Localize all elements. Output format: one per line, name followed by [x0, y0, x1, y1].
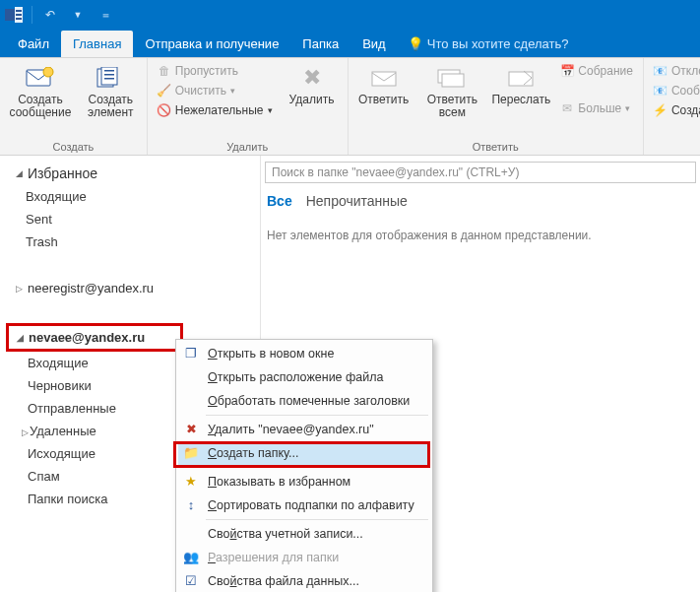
svg-rect-15	[509, 72, 533, 86]
reply-label: Ответить	[358, 94, 409, 106]
quick-undo-icon[interactable]: ↶	[40, 5, 60, 25]
ctx-delete-account[interactable]: ✖ Удалить "nevaee@yandex.ru"	[178, 418, 430, 441]
favorites-label: Избранное	[28, 165, 97, 181]
ribbon-group-new-label: Создать	[6, 141, 141, 155]
ribbon-group-quicksteps-label: Быстрые	[650, 141, 700, 155]
app-icon	[4, 5, 24, 25]
svg-rect-2	[16, 10, 22, 12]
new-items-icon	[95, 64, 126, 92]
svg-rect-12	[372, 72, 396, 86]
forward-label: Переслать	[491, 94, 550, 106]
ctx-folder-permissions: 👥 Разрешения для папки	[178, 546, 430, 569]
ctx-data-file-properties[interactable]: ☑ Свойства файла данных...	[178, 569, 430, 592]
fav-trash[interactable]: Trash	[0, 230, 260, 253]
tell-me-label: Что вы хотите сделать?	[427, 36, 569, 51]
account-2[interactable]: ◢ nevaee@yandex.ru	[6, 323, 183, 352]
ctx-process-label: Обработать помеченные заголовки	[208, 393, 410, 409]
new-email-button[interactable]: Создать сообщение	[6, 62, 75, 121]
junk-button[interactable]: 🚫 Нежелательные ▾	[154, 101, 277, 119]
new-items-button[interactable]: Создать элемент	[81, 62, 141, 121]
tab-file[interactable]: Файл	[6, 31, 61, 57]
tab-folder[interactable]: Папка	[290, 31, 350, 57]
ribbon-group-new: Создать сообщение Создать элемент Создат…	[0, 58, 148, 155]
ctx-new-folder[interactable]: 📁 Создать папку...	[178, 441, 430, 465]
quickstep-declined[interactable]: 📧 Отклоненные -…	[650, 62, 700, 80]
tab-home[interactable]: Главная	[61, 31, 133, 57]
ignore-icon: 🗑	[158, 64, 171, 78]
ctx-account-properties[interactable]: Свойства учетной записи...	[178, 522, 430, 546]
meeting-button[interactable]: 📅 Собрание	[556, 62, 637, 80]
svg-rect-11	[104, 78, 114, 80]
svg-rect-10	[104, 74, 114, 76]
bulb-icon: 💡	[408, 36, 423, 51]
ctx-sort-label: Сортировать подпапки по алфавиту	[208, 497, 414, 513]
ctx-delete-label: Удалить "nevaee@yandex.ru"	[208, 422, 374, 437]
new-email-icon	[25, 64, 56, 92]
ctx-process-headers[interactable]: Обработать помеченные заголовки	[178, 389, 430, 413]
context-menu: ❐ Открыть в новом окне Открыть расположе…	[175, 339, 433, 592]
reply-button[interactable]: Ответить	[354, 62, 414, 108]
ctx-open-loc-label: Открыть расположение файла	[208, 369, 384, 385]
tell-me-search[interactable]: 💡 Что вы хотите сделать?	[398, 36, 579, 57]
filter-unread[interactable]: Непрочитанные	[306, 193, 408, 209]
more-icon: ✉	[560, 101, 574, 115]
clean-button[interactable]: 🧹 Очистить ▾	[154, 82, 277, 99]
junk-icon: 🚫	[158, 103, 171, 117]
quickstep-create-new[interactable]: ⚡ Создать новое	[650, 101, 700, 119]
fav-sent[interactable]: Sent	[0, 208, 260, 230]
body: ◢ Избранное Входящие Sent Trash ▷ neereg…	[0, 156, 700, 592]
filter-all[interactable]: Все	[267, 193, 292, 209]
reply-all-icon	[436, 64, 468, 92]
tab-view[interactable]: Вид	[350, 31, 398, 57]
ctx-perms-label: Разрешения для папки	[208, 550, 339, 565]
ctx-separator	[206, 519, 428, 520]
create-new-label: Создать новое	[671, 103, 700, 117]
expand-icon: ▷	[20, 428, 30, 437]
svg-rect-4	[16, 18, 22, 20]
ctx-acct-props-label: Свойства учетной записи...	[208, 526, 363, 542]
quickstep-msg-group[interactable]: 📧 Сообщение гр…	[650, 82, 700, 99]
more-label: Больше	[578, 101, 621, 115]
delete-label: Удалить	[289, 94, 335, 106]
open-window-icon: ❐	[182, 346, 200, 362]
ctx-open-new-window[interactable]: ❐ Открыть в новом окне	[178, 342, 430, 365]
more-respond-button[interactable]: ✉ Больше ▾	[556, 99, 637, 117]
account-1[interactable]: ▷ neeregistr@yandex.ru	[0, 275, 260, 301]
blank-icon	[182, 369, 200, 385]
clean-label: Очистить	[175, 84, 226, 98]
reply-all-button[interactable]: Ответить всем	[419, 62, 486, 121]
forward-icon	[505, 64, 537, 92]
ctx-sort-subfolders[interactable]: ↕ Сортировать подпапки по алфавиту	[178, 493, 430, 517]
folder-nav: ◢ Избранное Входящие Sent Trash ▷ neereg…	[0, 156, 261, 592]
ctx-separator	[206, 467, 428, 468]
declined-label: Отклоненные -…	[671, 64, 700, 78]
delete-button[interactable]: ✖ Удалить	[283, 62, 342, 108]
ignore-button[interactable]: 🗑 Пропустить	[154, 62, 277, 80]
svg-rect-14	[442, 74, 464, 87]
ctx-open-location[interactable]: Открыть расположение файла	[178, 365, 430, 389]
forward-button[interactable]: Переслать	[491, 62, 550, 108]
new-items-label: Создать элемент	[85, 94, 137, 119]
ignore-label: Пропустить	[175, 64, 238, 78]
quick-more-icon[interactable]: ▼	[68, 5, 88, 25]
favorites-header[interactable]: ◢ Избранное	[0, 162, 260, 185]
fav-inbox[interactable]: Входящие	[0, 185, 260, 208]
quick-customize-icon[interactable]: ＝	[95, 5, 115, 25]
delete-icon: ✖	[296, 64, 328, 92]
collapse-icon: ◢	[14, 168, 24, 178]
clean-icon: 🧹	[158, 84, 171, 98]
account-2-label: nevaee@yandex.ru	[29, 330, 145, 345]
msg-group-label: Сообщение гр…	[671, 84, 700, 98]
tab-send-receive[interactable]: Отправка и получение	[133, 31, 290, 57]
ctx-show-fav-label: Показывать в избранном	[208, 474, 350, 490]
search-input[interactable]: Поиск в папке "nevaee@yandex.ru" (CTRL+У…	[265, 162, 696, 183]
star-icon: ★	[182, 474, 200, 490]
ribbon: Создать сообщение Создать элемент Создат…	[0, 58, 700, 156]
collapse-icon: ◢	[15, 333, 25, 343]
sort-icon: ↕	[182, 497, 200, 513]
ctx-show-favorites[interactable]: ★ Показывать в избранном	[178, 470, 430, 493]
empty-message: Нет элементов для отображения в данном п…	[265, 219, 696, 252]
ribbon-group-delete: 🗑 Пропустить 🧹 Очистить ▾ 🚫 Нежелательны…	[148, 58, 349, 155]
ribbon-group-quicksteps: 📧 Отклоненные -… 📧 Сообщение гр… ⚡ Созда…	[644, 58, 700, 155]
svg-rect-0	[5, 9, 15, 21]
